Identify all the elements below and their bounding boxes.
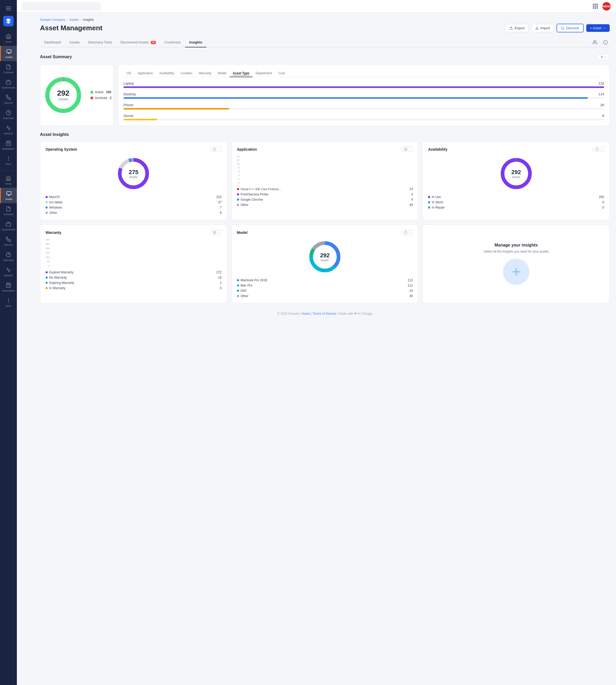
- warranty-bar-chart: 300250200150100500: [46, 238, 222, 267]
- tab-discovered-assets[interactable]: Discovered Assets 46: [116, 38, 160, 47]
- sidebar-item-contracts[interactable]: Contracts: [0, 61, 17, 77]
- archived-value: 2: [110, 96, 112, 100]
- sidebar-item-telecom[interactable]: Telecom: [0, 92, 17, 107]
- model-macpro-value: 111: [408, 284, 413, 287]
- tab-dashboard[interactable]: Dashboard: [40, 38, 65, 47]
- add-asset-button[interactable]: + Asset: [586, 24, 610, 32]
- svg-point-18: [8, 299, 9, 299]
- avatar[interactable]: Admin: [602, 2, 611, 10]
- sidebar-item-contracts2[interactable]: Contracts: [0, 203, 17, 218]
- svg-rect-0: [6, 50, 11, 53]
- import-button[interactable]: Import: [531, 24, 554, 32]
- team-icon-btn[interactable]: [591, 38, 599, 47]
- search-input[interactable]: [22, 2, 101, 10]
- avail-instock-value: 0: [602, 200, 604, 204]
- sidebar-item-home2[interactable]: Home: [0, 172, 17, 188]
- sidebar-item-network2[interactable]: Network: [0, 264, 17, 279]
- svg-point-19: [8, 302, 9, 302]
- sidebar-item-marketplace2[interactable]: Marketplace: [0, 279, 17, 295]
- import-label: Import: [541, 26, 550, 30]
- tab-insights[interactable]: Insights: [185, 38, 207, 47]
- sidebar-item-saas2[interactable]: SaaS/Vendor: [0, 218, 17, 234]
- app-legend-1-label: Visual C++ IDE Core Professional Plus...: [241, 188, 283, 191]
- os-chart-type-btn[interactable]: [211, 147, 222, 152]
- breadcrumb-sep2: ›: [80, 18, 81, 22]
- chart-tab-model[interactable]: Model: [215, 70, 229, 77]
- sidebar-item-home[interactable]: Home: [0, 30, 17, 46]
- chart-tab-asset-type[interactable]: Asset Type: [229, 70, 252, 77]
- bar-server: Server 8: [124, 114, 604, 120]
- warranty-expired-value: 272: [216, 271, 222, 274]
- sidebar-item-telecom2[interactable]: Telecom: [0, 234, 17, 249]
- breadcrumb-sep1: ›: [67, 18, 68, 22]
- footer-copyright: © 2022 Genuity: [277, 312, 299, 316]
- model-legend-other: Other 45: [237, 294, 413, 298]
- sidebar-item-more2[interactable]: More: [0, 295, 17, 310]
- breadcrumb-assets[interactable]: Assets: [69, 18, 79, 22]
- sidebar-label-more: More: [6, 163, 11, 165]
- donut-label: 292 Assets: [57, 89, 69, 101]
- bar-phone-label: Phone: [124, 103, 133, 107]
- os-chevron-icon: [217, 148, 219, 150]
- home-icon: [5, 33, 12, 40]
- sidebar-item-marketplace[interactable]: Marketplace: [0, 137, 17, 153]
- info-icon-btn[interactable]: [601, 38, 610, 47]
- avail-legend-inrepair: In Repair 0: [428, 206, 604, 209]
- model-chart-type-btn[interactable]: [402, 230, 413, 235]
- sidebar-item-network[interactable]: Network: [0, 122, 17, 137]
- warranty-legend-inwarranty: In Warranty 0: [46, 286, 222, 290]
- chart-tab-application[interactable]: Application: [134, 70, 156, 77]
- contracts-icon: [5, 64, 12, 70]
- export-icon: [509, 26, 513, 30]
- app-legend-2-label: FreshService Probe: [241, 193, 268, 196]
- avail-legend: In Use 292 In Stock 0 In Repair 0: [428, 195, 604, 209]
- sidebar-item-assets[interactable]: Assets: [0, 46, 17, 61]
- summary-bar-card: OS Application Availability Location War…: [118, 64, 610, 126]
- os-nolabel-value: 37: [218, 200, 221, 204]
- chart-tab-availability[interactable]: Availability: [156, 70, 177, 77]
- app-legend-3-value: 4: [411, 198, 413, 201]
- summary-donut-card: 292 Assets Active 292 Archived 2: [40, 64, 114, 126]
- app-chart-icon: [404, 148, 407, 151]
- sidebar-label-saas: SaaS/Vendor: [1, 86, 15, 89]
- app-chart-type-btn[interactable]: [402, 147, 413, 152]
- sidebar-item-assets2[interactable]: Assets: [0, 188, 17, 203]
- chart-tab-department[interactable]: Department: [252, 70, 276, 77]
- os-windows-label: Windows: [49, 206, 62, 209]
- avail-chart-type-btn[interactable]: [593, 147, 604, 152]
- tab-customize[interactable]: Customize: [160, 38, 185, 47]
- sidebar-item-saas[interactable]: SaaS/Vendor: [0, 77, 17, 92]
- breadcrumb-current: Insights: [83, 18, 94, 22]
- chart-tab-warranty[interactable]: Warranty: [196, 70, 215, 77]
- sidebar-item-helpdesk2[interactable]: Help Desk: [0, 249, 17, 264]
- hamburger-button[interactable]: [3, 3, 14, 14]
- tab-assets[interactable]: Assets: [65, 38, 84, 47]
- tab-discovery-tools[interactable]: Discovery Tools: [84, 38, 116, 47]
- summary-filter-button[interactable]: [597, 54, 610, 60]
- chart-tab-location[interactable]: Location: [177, 70, 196, 77]
- breadcrumb: Sample Company › Assets › Insights: [40, 18, 610, 22]
- bar-desktop-fill: [124, 97, 588, 99]
- breadcrumb-company[interactable]: Sample Company: [40, 18, 65, 22]
- os-legend-other: Other 8: [46, 211, 222, 215]
- export-button[interactable]: Export: [505, 24, 529, 32]
- chart-tab-os[interactable]: OS: [124, 70, 134, 77]
- manage-title: Manage your insights: [494, 243, 537, 248]
- discover-button[interactable]: Discover: [556, 24, 584, 33]
- os-center-label: 275 Assets: [129, 169, 138, 178]
- warranty-chart-type-btn[interactable]: [211, 230, 222, 235]
- saas-icon: [5, 79, 12, 85]
- footer-home-link[interactable]: Home: [302, 312, 310, 316]
- warranty-nowarranty-value: 19: [218, 276, 221, 279]
- app-chevron-icon: [408, 148, 411, 150]
- warranty-expired-label: Expired Warranty: [49, 271, 73, 274]
- model-donut-container: 292 Assets: [306, 238, 343, 275]
- app-grid-icon[interactable]: [593, 4, 598, 9]
- chart-tab-cost[interactable]: Cost: [276, 70, 288, 77]
- os-other-value: 8: [220, 211, 222, 215]
- footer-tos-link[interactable]: Terms of Service: [313, 312, 336, 316]
- sidebar-item-more[interactable]: More: [0, 153, 17, 168]
- warranty-inwarranty-label: In Warranty: [49, 286, 66, 290]
- sidebar-item-helpdesk[interactable]: Help Desk: [0, 107, 17, 122]
- add-insight-button[interactable]: [503, 259, 529, 285]
